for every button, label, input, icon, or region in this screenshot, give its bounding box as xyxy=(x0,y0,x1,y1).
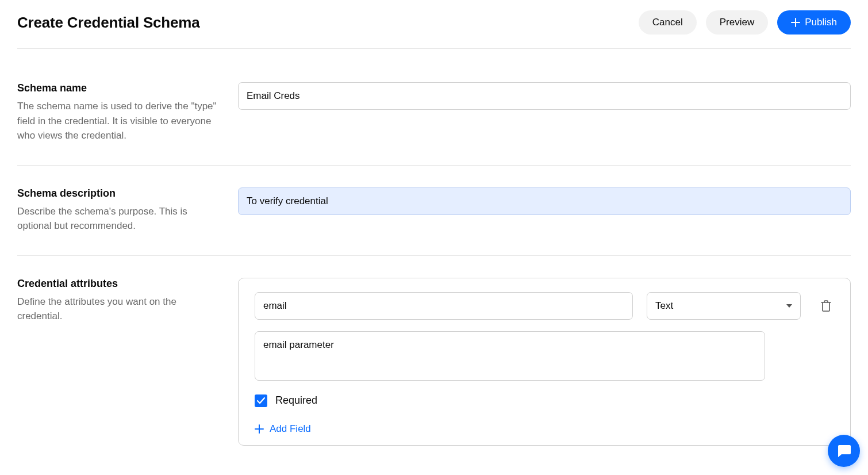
attribute-description-input[interactable] xyxy=(255,331,765,381)
chat-icon xyxy=(836,443,852,458)
schema-description-input[interactable] xyxy=(238,187,851,215)
attributes-label: Credential attributes xyxy=(17,278,224,290)
plus-icon xyxy=(791,18,800,27)
schema-name-section: Schema name The schema name is used to d… xyxy=(17,49,851,166)
publish-button[interactable]: Publish xyxy=(777,10,851,35)
schema-name-input[interactable] xyxy=(238,82,851,110)
attribute-panel: Text Required xyxy=(238,278,851,446)
page-title: Create Credential Schema xyxy=(17,14,199,32)
required-label: Required xyxy=(275,394,317,407)
preview-button[interactable]: Preview xyxy=(706,10,768,35)
schema-description-section: Schema description Describe the schema's… xyxy=(17,166,851,256)
cancel-button[interactable]: Cancel xyxy=(639,10,697,35)
attributes-section: Credential attributes Define the attribu… xyxy=(17,256,851,468)
check-icon xyxy=(257,397,265,404)
required-checkbox[interactable] xyxy=(255,394,267,407)
schema-description-description: Describe the schema's purpose. This is o… xyxy=(17,204,224,233)
publish-label: Publish xyxy=(805,17,837,28)
schema-name-label: Schema name xyxy=(17,82,224,94)
chevron-down-icon xyxy=(786,304,792,308)
schema-name-description: The schema name is used to derive the "t… xyxy=(17,99,224,143)
attribute-type-value: Text xyxy=(655,300,673,312)
trash-icon xyxy=(820,300,832,312)
attributes-description: Define the attributes you want on the cr… xyxy=(17,294,224,324)
attribute-type-select[interactable]: Text xyxy=(647,292,801,320)
chat-fab-button[interactable] xyxy=(828,435,860,467)
add-field-label: Add Field xyxy=(270,423,311,435)
plus-icon xyxy=(255,424,264,434)
attribute-name-input[interactable] xyxy=(255,292,633,320)
add-field-button[interactable]: Add Field xyxy=(255,423,834,435)
schema-description-label: Schema description xyxy=(17,187,224,200)
delete-attribute-button[interactable] xyxy=(818,298,834,314)
header-actions: Cancel Preview Publish xyxy=(639,10,851,35)
